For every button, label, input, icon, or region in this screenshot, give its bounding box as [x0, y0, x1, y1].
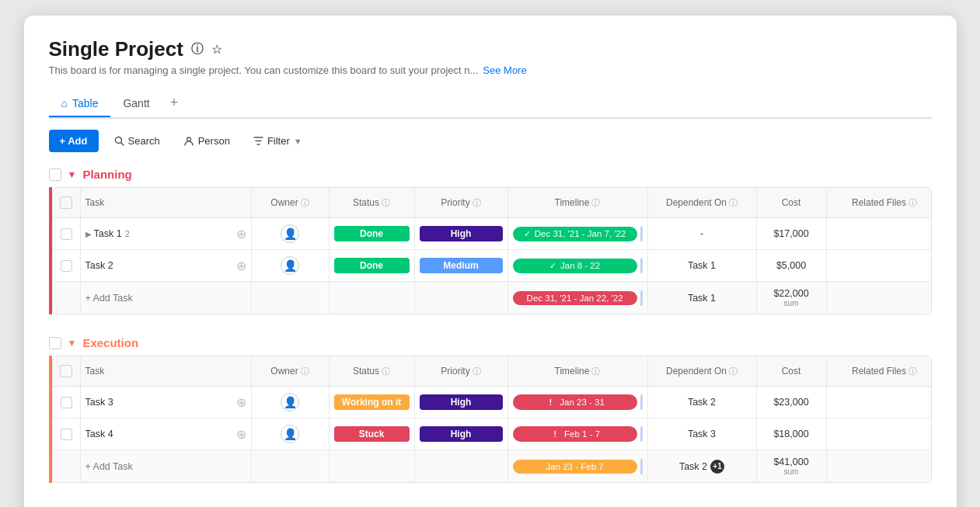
toolbar: + Add Search Person Filter ▼	[49, 130, 932, 152]
avatar: 👤	[281, 425, 299, 443]
person-button[interactable]: Person	[176, 130, 238, 151]
expand-icon[interactable]: ▶	[85, 230, 92, 238]
badge-count: +1	[710, 460, 724, 474]
see-more-link[interactable]: See More	[483, 64, 526, 76]
execution-col-timeline: Timeline ⓘ	[508, 356, 648, 386]
tab-table[interactable]: ⌂ Table	[49, 91, 111, 117]
status-badge: Stuck	[334, 426, 410, 442]
files-cell	[827, 218, 932, 249]
main-card: Single Project ⓘ ☆ This board is for man…	[24, 16, 957, 507]
files-cell	[827, 418, 932, 450]
status-cell[interactable]: Stuck	[330, 418, 415, 450]
execution-title: Execution	[82, 336, 138, 349]
priority-badge: High	[420, 394, 503, 410]
table-row: Task 3 ⊕ 👤 Working on it High !	[53, 387, 931, 418]
row-checkbox[interactable]	[61, 260, 72, 272]
add-person-icon[interactable]: ⊕	[236, 427, 246, 442]
planning-col-priority: Priority ⓘ	[415, 188, 508, 217]
table-row: ▶ Task 1 2 ⊕ 👤 Done High	[53, 218, 931, 250]
summary-row: + Add Task Dec 31, '21 - Jan 22, '22 Tas…	[53, 282, 931, 314]
page-description: This board is for managing a single proj…	[49, 64, 932, 76]
table-row: Task 2 ⊕ 👤 Done Medium ✓	[53, 250, 931, 282]
tab-add-button[interactable]: +	[162, 89, 187, 117]
files-cell	[827, 387, 932, 418]
timeline-cell: ! Feb 1 - 7	[508, 418, 648, 450]
files-cell	[827, 250, 932, 281]
timeline-badge: ! Feb 1 - 7	[513, 426, 637, 442]
add-task-cell[interactable]: + Add Task	[81, 450, 252, 482]
execution-col-priority: Priority ⓘ	[415, 356, 508, 386]
summary-cost-cell: $22,000 sum	[757, 282, 827, 314]
priority-badge: High	[420, 226, 503, 241]
info-icon[interactable]: ⓘ	[191, 41, 204, 57]
planning-table-header: Task Owner ⓘ Status ⓘ Priority ⓘ Timelin…	[53, 188, 931, 218]
dependent-cell: -	[648, 218, 757, 249]
timeline-badge: ✓ Dec 31, '21 - Jan 7, '22	[513, 227, 637, 241]
owner-cell: 👤	[252, 250, 330, 281]
exclamation-icon: !	[549, 429, 560, 439]
task-name: Task 3	[85, 397, 113, 408]
owner-cell: 👤	[252, 387, 330, 418]
status-cell[interactable]: Done	[330, 250, 415, 281]
cost-cell: $5,000	[757, 250, 827, 281]
svg-point-2	[187, 137, 190, 141]
filter-button[interactable]: Filter ▼	[246, 130, 310, 151]
priority-cell[interactable]: High	[415, 387, 508, 418]
add-person-icon[interactable]: ⊕	[236, 395, 246, 410]
execution-col-task: Task	[81, 356, 252, 386]
planning-col-files: Related Files ⓘ	[827, 188, 932, 217]
summary-timeline-cell: Jan 23 - Feb 7	[508, 450, 648, 482]
planning-col-status: Status ⓘ	[330, 188, 415, 217]
search-icon	[114, 136, 124, 146]
cost-cell: $18,000	[757, 418, 827, 450]
priority-cell[interactable]: High	[415, 418, 508, 450]
planning-all-checkbox[interactable]	[60, 196, 72, 209]
dependent-cell: Task 3	[648, 418, 757, 450]
task-name: Task 4	[85, 429, 113, 439]
row-checkbox[interactable]	[61, 228, 72, 240]
summary-cost-cell: $41,000 sum	[757, 450, 827, 482]
priority-cell[interactable]: Medium	[415, 250, 508, 281]
timeline-badge: ! Jan 23 - 31	[513, 394, 637, 410]
exclamation-icon: !	[545, 397, 556, 408]
execution-col-cost: Cost	[757, 356, 827, 386]
add-task-label[interactable]: + Add Task	[85, 461, 133, 472]
avatar: 👤	[281, 393, 299, 412]
planning-section-checkbox[interactable]	[49, 168, 61, 181]
add-person-icon[interactable]: ⊕	[236, 259, 246, 273]
dependent-cell: Task 2	[648, 387, 757, 418]
status-cell[interactable]: Working on it	[330, 387, 415, 418]
tab-bar: ⌂ Table Gantt +	[49, 89, 932, 119]
timeline-badge: ✓ Jan 8 - 22	[513, 259, 637, 273]
execution-section-checkbox[interactable]	[49, 337, 61, 349]
planning-chevron[interactable]: ▼	[68, 169, 77, 180]
task-name-cell: Task 4 ⊕	[81, 418, 252, 450]
add-person-icon[interactable]: ⊕	[236, 227, 246, 241]
priority-badge: High	[420, 426, 503, 442]
execution-col-files: Related Files ⓘ	[827, 356, 932, 386]
tab-gantt[interactable]: Gantt	[110, 91, 162, 117]
add-task-label[interactable]: + Add Task	[85, 293, 133, 304]
star-icon[interactable]: ☆	[211, 42, 222, 57]
row-checkbox[interactable]	[61, 397, 72, 408]
execution-chevron[interactable]: ▼	[68, 338, 77, 349]
planning-section: ▼ Planning Task Owner ⓘ Status ⓘ Priorit…	[49, 168, 932, 314]
filter-icon	[253, 136, 263, 146]
execution-all-checkbox[interactable]	[60, 365, 72, 377]
planning-col-timeline: Timeline ⓘ	[508, 188, 648, 217]
status-cell[interactable]: Done	[330, 218, 415, 249]
search-button[interactable]: Search	[106, 130, 168, 151]
status-badge: Done	[334, 226, 410, 241]
cost-cell: $17,000	[757, 218, 827, 249]
owner-cell: 👤	[252, 218, 330, 249]
task-name-cell: Task 2 ⊕	[81, 250, 252, 281]
execution-col-status: Status ⓘ	[330, 356, 415, 386]
execution-section: ▼ Execution Task Owner ⓘ Status ⓘ Priori…	[49, 336, 932, 483]
row-checkbox[interactable]	[61, 429, 72, 440]
timeline-cell: ✓ Jan 8 - 22	[508, 250, 648, 281]
priority-cell[interactable]: High	[415, 218, 508, 249]
summary-row: + Add Task Jan 23 - Feb 7 Task 2 +1	[53, 450, 931, 482]
add-button[interactable]: + Add	[49, 130, 99, 152]
summary-dependent-cell: Task 1	[648, 282, 757, 314]
add-task-cell[interactable]: + Add Task	[81, 282, 252, 314]
